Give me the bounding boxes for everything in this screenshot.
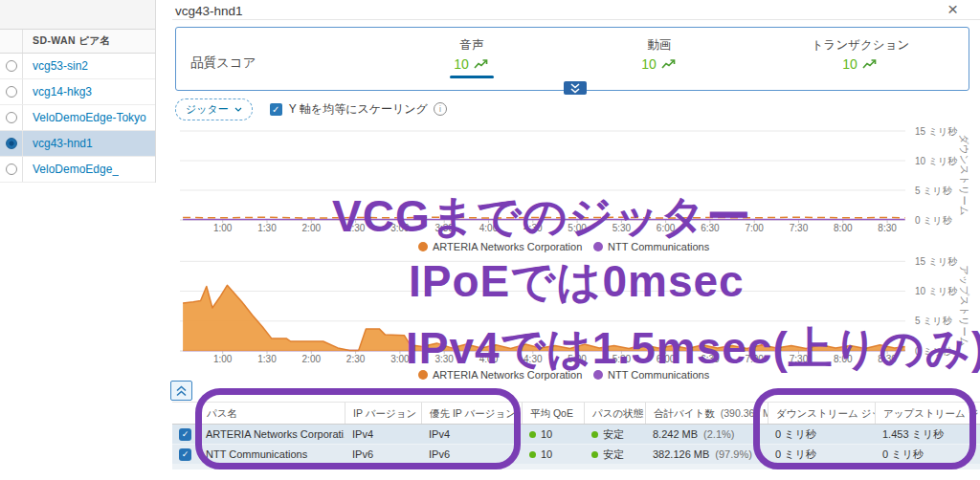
svg-text:ARTERIA Networks Corporation: ARTERIA Networks Corporation [433, 369, 582, 381]
svg-text:6:30: 6:30 [701, 354, 720, 364]
svg-text:3:00: 3:00 [390, 354, 410, 364]
svg-text:0 ミリ秒: 0 ミリ秒 [915, 346, 953, 357]
cell-bytes: 8.242 MB(2.1%) [645, 428, 768, 440]
row-checkbox[interactable]: ✓ [179, 428, 191, 441]
svg-text:1:00: 1:00 [213, 354, 233, 364]
trend-up-icon [862, 58, 879, 70]
table-collapse-button[interactable] [170, 381, 192, 401]
cell-up_jitter: 0 ミリ秒 [875, 447, 980, 462]
cell-path: NTT Communications [198, 448, 345, 460]
svg-text:4:30: 4:30 [523, 223, 543, 233]
peer-name: vcg14-hkg3 [23, 85, 92, 98]
svg-text:0 ミリ秒: 0 ミリ秒 [915, 215, 953, 226]
info-icon[interactable]: i [434, 102, 447, 116]
chevron-double-down-icon [569, 83, 581, 94]
status-dot [591, 431, 598, 438]
svg-text:アップストリーム: アップストリーム [959, 265, 970, 347]
close-icon[interactable]: × [947, 0, 958, 19]
quality-score-panel: 品質スコア 音声10動画10トランザクション10 [175, 27, 969, 91]
peer-list-header: SD-WAN ピア名 [0, 30, 155, 54]
metric-tab-transaction[interactable]: トランザクション10 [779, 37, 942, 72]
svg-text:2:00: 2:00 [302, 223, 322, 233]
peer-list-item[interactable]: VeloDemoEdge_ [0, 157, 155, 183]
quality-score-label: 品質スコア [190, 55, 256, 72]
svg-text:6:00: 6:00 [657, 223, 676, 233]
peer-list-item[interactable]: vcg43-hnd1 [0, 131, 155, 157]
peer-list-item[interactable]: vcg14-hkg3 [0, 79, 155, 105]
svg-text:15 ミリ秒: 15 ミリ秒 [915, 126, 958, 137]
cell-qoe: 10 [522, 428, 584, 440]
radio-button[interactable] [6, 86, 17, 98]
column-header: アップストリーム ジッター [875, 403, 980, 424]
chevron-down-icon [234, 107, 242, 112]
svg-text:2:30: 2:30 [346, 223, 366, 233]
metric-label: 音声 [390, 37, 553, 54]
column-header: 優先 IP バージョンi [421, 403, 522, 424]
peer-list-header-label: SD-WAN ピア名 [23, 34, 111, 48]
status-dot [529, 431, 536, 438]
peer-list-item[interactable]: vcg53-sin2 [0, 54, 155, 79]
panel-collapse-button[interactable] [564, 81, 587, 95]
column-header: パスの状態 [584, 403, 645, 424]
svg-text:6:00: 6:00 [657, 354, 676, 364]
radio-button[interactable] [6, 60, 17, 72]
column-header: 合計バイト数(390.368 MB) [645, 403, 768, 424]
svg-text:5:00: 5:00 [568, 223, 587, 233]
svg-text:7:30: 7:30 [790, 223, 809, 233]
metric-value: 10 [641, 56, 657, 72]
status-dot [591, 451, 598, 458]
peer-list-item[interactable]: VeloDemoEdge-Tokyo [0, 105, 155, 131]
svg-text:1:30: 1:30 [257, 354, 277, 364]
svg-text:5 ミリ秒: 5 ミリ秒 [915, 316, 953, 326]
cell-up_jitter: 1.453 ミリ秒 [875, 427, 980, 442]
metric-tab-voice[interactable]: 音声10 [390, 37, 553, 78]
peer-name: VeloDemoEdge_ [23, 163, 119, 176]
svg-text:5:30: 5:30 [612, 223, 632, 233]
cell-qoe: 10 [522, 448, 584, 460]
table-row: ✓NTT CommunicationsIPv6IPv610安定382.126 M… [172, 445, 980, 464]
svg-text:8:30: 8:30 [878, 223, 897, 233]
svg-text:3:30: 3:30 [434, 354, 454, 364]
metric-label: トランザクション [779, 37, 942, 54]
metric-value: 10 [454, 56, 469, 72]
column-header: IP バージョンi [345, 403, 421, 424]
metric-dropdown[interactable]: ジッター [175, 98, 253, 120]
cell-state: 安定 [584, 447, 645, 462]
column-header [172, 403, 198, 424]
sd-wan-peer-monitor-window: SD-WAN ピア名 vcg53-sin2vcg14-hkg3VeloDemoE… [0, 0, 980, 480]
svg-text:10 ミリ秒: 10 ミリ秒 [915, 156, 958, 166]
cell-ip_version: IPv6 [345, 448, 421, 460]
table-row: ✓ARTERIA Networks Corporati...IPv4IPv410… [172, 425, 980, 445]
table-header-row: パス名IP バージョンi優先 IP バージョンi平均 QoEパスの状態合計バイト… [172, 402, 980, 425]
radio-cell [0, 105, 23, 130]
svg-text:15 ミリ秒: 15 ミリ秒 [915, 256, 958, 267]
title-divider [172, 19, 980, 20]
svg-text:5:00: 5:00 [568, 354, 587, 364]
sidebar-top-strip [0, 0, 155, 30]
trend-up-icon [661, 58, 678, 70]
row-checkbox[interactable]: ✓ [179, 448, 191, 461]
svg-text:5 ミリ秒: 5 ミリ秒 [915, 185, 953, 196]
column-header: ダウンストリーム ジッター [768, 403, 875, 424]
svg-text:2:00: 2:00 [302, 354, 322, 364]
peer-name: vcg43-hnd1 [23, 137, 93, 150]
svg-text:4:00: 4:00 [479, 354, 499, 364]
svg-text:10 ミリ秒: 10 ミリ秒 [915, 286, 958, 296]
table-footer-strip [172, 464, 980, 469]
svg-text:ダウンストリーム: ダウンストリーム [959, 134, 970, 216]
radio-button[interactable] [6, 138, 17, 149]
peer-list: vcg53-sin2vcg14-hkg3VeloDemoEdge-Tokyovc… [0, 54, 155, 183]
status-dot [529, 451, 536, 458]
radio-button[interactable] [6, 164, 17, 175]
svg-text:4:30: 4:30 [523, 354, 543, 364]
svg-text:8:30: 8:30 [878, 354, 897, 364]
chevron-double-up-icon [175, 385, 188, 397]
metric-tab-video[interactable]: 動画10 [578, 37, 741, 72]
cell-path: ARTERIA Networks Corporati... [198, 428, 345, 440]
radio-cell [0, 79, 23, 104]
radio-button[interactable] [6, 112, 17, 123]
column-header: パス名 [198, 403, 345, 424]
upstream-jitter-chart: 1:001:302:002:303:003:304:004:305:005:30… [172, 251, 980, 382]
y-scale-checkbox[interactable]: ✓ [270, 103, 282, 116]
svg-text:1:00: 1:00 [213, 223, 233, 233]
